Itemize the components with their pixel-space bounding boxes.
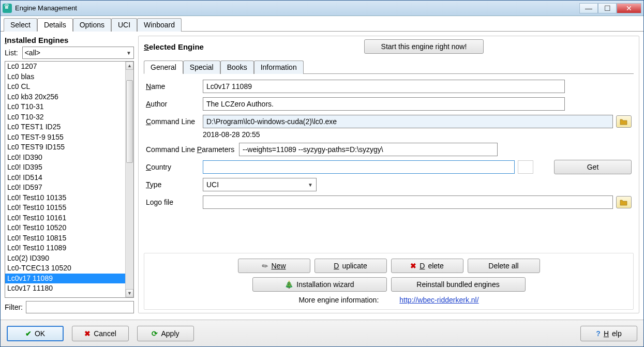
- help-icon: ?: [596, 329, 601, 338]
- engine-list-item[interactable]: Lc0 T10-32: [5, 112, 125, 123]
- filter-input[interactable]: [26, 301, 134, 313]
- list-selector-row: List: <all> ▼: [5, 47, 134, 59]
- inner-tabstrip: General Special Books Information: [144, 60, 634, 74]
- type-label: Type: [146, 180, 203, 189]
- engine-list-item[interactable]: Lc0 TEST1 ID25: [5, 122, 125, 132]
- left-panel: Installed Engines List: <all> ▼ Lc0 1207…: [5, 36, 134, 313]
- logo-input[interactable]: [203, 195, 613, 209]
- logo-label: Logo file: [146, 198, 203, 206]
- inner-tab-books[interactable]: Books: [220, 61, 254, 74]
- command-line-label: Command Line: [146, 117, 203, 126]
- window-title: Engine Management: [15, 4, 579, 12]
- installed-engines-title: Installed Engines: [5, 36, 134, 44]
- engine-list-item[interactable]: Lc0! ID597: [5, 183, 125, 193]
- engine-list-item[interactable]: Lc0! ID390: [5, 153, 125, 163]
- list-label: List:: [5, 49, 18, 57]
- engine-list-item[interactable]: Lc0(2) ID390: [5, 253, 125, 264]
- engine-list-item[interactable]: Lc0! Test10 10815: [5, 233, 125, 244]
- chevron-down-icon: ▼: [126, 50, 131, 56]
- author-label: Author: [146, 100, 203, 108]
- installation-wizard-button[interactable]: 🎄Installation wizard: [252, 277, 387, 292]
- new-button[interactable]: ✎New: [238, 259, 310, 273]
- engine-list-item[interactable]: Lc0 blas: [5, 72, 125, 82]
- engine-listbox: Lc0 1207Lc0 blasLc0 CLLc0 kb3 20x256Lc0 …: [5, 61, 134, 298]
- author-input[interactable]: [203, 97, 565, 111]
- right-panel: Selected Engine Start this engine right …: [138, 36, 639, 313]
- inner-tab-general[interactable]: General: [144, 61, 183, 74]
- bottom-bar: ✔ OK ✖ Cancel ⟳ Apply ? Help: [1, 320, 643, 346]
- engine-list-item[interactable]: Lc0! Test10 10520: [5, 223, 125, 233]
- delete-button[interactable]: ✖ Delete: [391, 259, 463, 273]
- browse-command-button[interactable]: [616, 115, 632, 128]
- check-icon: ✔: [25, 329, 32, 338]
- engine-list-item[interactable]: Lc0! ID514: [5, 173, 125, 183]
- list-dropdown[interactable]: <all> ▼: [22, 47, 134, 59]
- selected-engine-title: Selected Engine: [144, 42, 204, 51]
- name-input[interactable]: [203, 80, 565, 93]
- help-button[interactable]: ? Help: [580, 326, 637, 341]
- country-flag: [518, 160, 533, 174]
- engine-form: Name Author Command Line 2018-08-28 20:5…: [144, 74, 634, 218]
- tab-select[interactable]: Select: [4, 18, 37, 32]
- cancel-button[interactable]: ✖ Cancel: [72, 326, 129, 341]
- params-input[interactable]: [239, 143, 498, 156]
- chevron-down-icon: ▼: [308, 182, 313, 188]
- reload-icon: ⟳: [152, 329, 158, 338]
- more-info-link[interactable]: http://wbec-ridderkerk.nl/: [399, 296, 478, 304]
- engine-list-item[interactable]: Lc0 T10-31: [5, 102, 125, 112]
- titlebar: Engine Management — ☐ ✕: [1, 1, 643, 16]
- maximize-button[interactable]: ☐: [598, 3, 617, 13]
- filter-label: Filter:: [5, 303, 23, 311]
- minimize-button[interactable]: —: [579, 3, 598, 13]
- scroll-down-button[interactable]: ▼: [126, 289, 133, 297]
- country-label: Country: [146, 163, 203, 171]
- scroll-up-button[interactable]: ▲: [126, 62, 133, 70]
- browse-logo-button[interactable]: [616, 196, 632, 208]
- wizard-icon: 🎄: [284, 280, 293, 289]
- engine-list-item[interactable]: Lc0! Test10 10161: [5, 213, 125, 223]
- duplicate-button[interactable]: Duplicate: [314, 259, 387, 273]
- inner-tab-information[interactable]: Information: [254, 61, 304, 74]
- get-country-button[interactable]: Get: [554, 160, 632, 174]
- engine-list-item[interactable]: Lc0! ID395: [5, 162, 125, 173]
- type-dropdown[interactable]: UCI ▼: [203, 178, 317, 191]
- country-input[interactable]: [203, 160, 515, 174]
- name-label: Name: [146, 82, 203, 90]
- reinstall-bundled-button[interactable]: Reinstall bundled engines: [391, 277, 526, 292]
- engine-list-item[interactable]: Lc0v17 11180: [5, 283, 125, 294]
- delete-all-button[interactable]: Delete all: [468, 259, 540, 273]
- tab-options[interactable]: Options: [73, 18, 111, 32]
- folder-open-icon: [620, 118, 628, 125]
- x-icon: ✖: [410, 262, 416, 270]
- ok-button[interactable]: ✔ OK: [7, 326, 64, 341]
- command-line-input[interactable]: [203, 115, 613, 128]
- type-value: UCI: [206, 180, 219, 189]
- engine-list-item[interactable]: Lc0 TEST-9 9155: [5, 132, 125, 143]
- scroll-track[interactable]: [126, 70, 133, 289]
- close-button[interactable]: ✕: [617, 3, 641, 13]
- selected-engine-header: Selected Engine Start this engine right …: [144, 39, 634, 54]
- list-dropdown-value: <all>: [25, 49, 40, 57]
- engine-list-item[interactable]: Lc0-TCEC13 10520: [5, 263, 125, 274]
- tab-winboard[interactable]: Winboard: [137, 18, 182, 32]
- engine-list-item[interactable]: Lc0 kb3 20x256: [5, 92, 125, 102]
- filter-row: Filter:: [5, 301, 134, 313]
- command-date: 2018-08-28 20:55: [203, 130, 260, 139]
- tab-uci[interactable]: UCI: [111, 18, 137, 32]
- engine-list-scrollbar[interactable]: ▲ ▼: [125, 62, 133, 297]
- engine-list-item[interactable]: Lc0! Test10 10155: [5, 203, 125, 213]
- action-area: ✎New Duplicate ✖ Delete Delete all 🎄Inst…: [144, 253, 634, 310]
- engine-list-item[interactable]: Lc0v17 11089: [5, 274, 125, 284]
- engine-list-item[interactable]: Lc0 1207: [5, 62, 125, 72]
- tab-details[interactable]: Details: [37, 18, 73, 32]
- scroll-thumb[interactable]: [126, 80, 133, 163]
- start-engine-button[interactable]: Start this engine right now!: [364, 39, 484, 54]
- content-area: Installed Engines List: <all> ▼ Lc0 1207…: [1, 32, 643, 318]
- apply-button[interactable]: ⟳ Apply: [137, 326, 194, 341]
- engine-list-item[interactable]: Lc0! Test10 10135: [5, 193, 125, 203]
- engine-list-item[interactable]: Lc0 TEST9 ID155: [5, 142, 125, 153]
- engine-list-item[interactable]: Lc0! Test10 11089: [5, 243, 125, 253]
- engine-list-item[interactable]: Lc0 CL: [5, 82, 125, 92]
- app-icon: [3, 4, 12, 13]
- inner-tab-special[interactable]: Special: [183, 61, 220, 74]
